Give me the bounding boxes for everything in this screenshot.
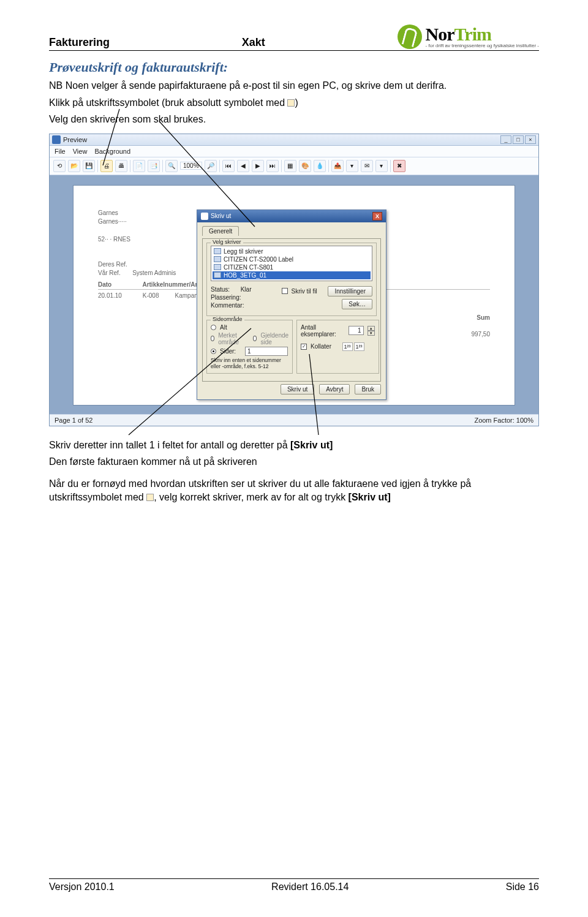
sum-label: Sum — [471, 314, 490, 321]
paragraph-first-invoice: Den første fakturaen kommer nå ut på skr… — [49, 455, 539, 469]
dialog-icon — [201, 213, 208, 220]
doc-ref2v: System Adminis — [132, 270, 176, 276]
nav-icon[interactable]: ⟲ — [53, 160, 66, 172]
collate-label: Kollater — [311, 343, 331, 350]
group-label-range: Sideområde — [211, 316, 244, 322]
doc-ref2: Vår Ref. — [98, 270, 121, 276]
print-dialog: Skriv ut X Generelt Velg skriver Legg ti… — [197, 209, 386, 400]
group-label-printer: Velg skriver — [211, 239, 243, 245]
dropdown-icon[interactable]: ▾ — [346, 160, 358, 172]
preview-title: Preview — [63, 136, 87, 143]
status-zoom: Zoom Factor: 100% — [474, 417, 533, 424]
radio-marked[interactable] — [211, 336, 214, 341]
find-printer-button[interactable]: Søk… — [342, 299, 372, 309]
toolbar: ⟲ 📂 💾 🖨 🖶 📄 📑 🔍 100% 🔎 ⏮ ◀ ▶ ⏭ ▦ — [50, 157, 538, 175]
spin-down-icon[interactable]: ▼ — [368, 331, 375, 336]
page-header: Fakturering Xakt NorTrim - for drift av … — [49, 25, 539, 51]
preview-window: Preview _ □ × File View Background ⟲ 📂 💾… — [49, 134, 539, 426]
pages-hint: Skriv inn enten et sidenummer eller -omr… — [211, 357, 288, 369]
dropdown2-icon[interactable]: ▾ — [375, 160, 388, 172]
footer-page: Side 16 — [506, 881, 539, 892]
minimize-button[interactable]: _ — [500, 135, 511, 144]
settings-button[interactable]: Innstillinger — [328, 286, 372, 296]
mail-icon[interactable]: ✉ — [361, 160, 373, 172]
pages-input[interactable]: 1 — [245, 347, 288, 356]
save-icon[interactable]: 💾 — [83, 160, 95, 172]
menu-view[interactable]: View — [73, 148, 88, 155]
print-icon — [287, 99, 295, 107]
th-dato: Dato — [98, 281, 141, 288]
multipage-icon[interactable]: ▦ — [284, 160, 296, 172]
paragraph-final: Når du er fornøyd med hvordan utskriften… — [49, 477, 539, 504]
printer-icon — [214, 272, 221, 278]
spin-up-icon[interactable]: ▲ — [368, 326, 375, 331]
dialog-titlebar: Skriv ut X — [197, 210, 386, 222]
comment-label: Kommentar: — [211, 302, 244, 309]
print-icon[interactable]: 🖨 — [100, 160, 113, 172]
next-page-icon[interactable]: ▶ — [252, 160, 264, 172]
preview-titlebar: Preview _ □ × — [50, 134, 538, 146]
radio-pages-label: Sider: — [220, 348, 236, 355]
maximize-button[interactable]: □ — [513, 135, 524, 144]
header-footer-icon[interactable]: 📑 — [148, 160, 160, 172]
printer-icon — [214, 264, 221, 270]
printer-icon — [214, 256, 221, 262]
status-value: Klar — [241, 286, 252, 293]
dialog-close-button[interactable]: X — [372, 212, 382, 221]
brand-name: NorTrim — [426, 25, 539, 43]
doc-ref1: Deres Ref. — [98, 261, 127, 268]
last-page-icon[interactable]: ⏭ — [266, 160, 279, 172]
printer-item-add[interactable]: Legg til skriver — [213, 247, 371, 255]
header-left: Fakturering — [49, 36, 110, 49]
tab-general[interactable]: Generelt — [202, 226, 239, 236]
zoom-value[interactable]: 100% — [180, 162, 202, 170]
apply-button[interactable]: Bruk — [355, 384, 381, 394]
statusbar: Page 1 of 52 Zoom Factor: 100% — [50, 414, 538, 426]
dialog-title: Skriv ut — [211, 213, 231, 219]
print-button[interactable]: Skriv ut — [281, 384, 314, 394]
print-to-file-checkbox[interactable] — [282, 288, 288, 294]
group-page-range: Sideområde Alt Merket område Gjeldende s… — [206, 320, 293, 374]
radio-current[interactable] — [253, 336, 257, 341]
export-icon[interactable]: 📤 — [331, 160, 344, 172]
radio-all[interactable] — [211, 325, 216, 330]
status-label: Status: — [211, 286, 230, 293]
cancel-button[interactable]: Avbryt — [319, 384, 350, 394]
printer-item-selected[interactable]: HOB_3ETG_01 — [213, 271, 371, 279]
menu-background[interactable]: Background — [94, 148, 130, 155]
printer-list[interactable]: Legg til skriver CITIZEN CT-S2000 Label … — [211, 246, 372, 281]
close-button[interactable]: × — [525, 135, 536, 144]
td-k: K-008 — [143, 292, 173, 299]
paragraph-step: Skriv deretter inn tallet 1 i feltet for… — [49, 439, 539, 452]
quickprint-icon[interactable]: 🖶 — [115, 160, 127, 172]
radio-pages[interactable] — [211, 349, 216, 354]
zoom-out-icon[interactable]: 🔍 — [165, 160, 178, 172]
header-center: Xakt — [242, 36, 265, 49]
group-select-printer: Velg skriver Legg til skriver CITIZEN CT… — [206, 243, 377, 316]
print-icon — [146, 494, 154, 501]
open-icon[interactable]: 📂 — [68, 160, 80, 172]
footer-version: Versjon 2010.1 — [49, 881, 115, 892]
menubar: File View Background — [50, 146, 538, 157]
group-copies: Antall eksemplarer: 1▲▼ ✓Kollater 1²³1²³ — [296, 320, 379, 374]
copies-input[interactable]: 1 — [349, 326, 363, 335]
collate-checkbox[interactable]: ✓ — [301, 344, 307, 350]
paragraph-nb: NB Noen velger å sende papirfakturaene p… — [49, 79, 539, 92]
zoom-in-icon[interactable]: 🔎 — [205, 160, 217, 172]
color-icon[interactable]: 🎨 — [299, 160, 311, 172]
radio-all-label: Alt — [220, 324, 227, 331]
printer-item-2[interactable]: CITIZEN CT-S801 — [213, 263, 371, 271]
page-setup-icon[interactable]: 📄 — [133, 160, 145, 172]
radio-marked-label: Merket område — [218, 332, 243, 345]
print-to-file-label: Skriv til fil — [292, 288, 317, 295]
add-printer-icon — [214, 248, 221, 254]
first-page-icon[interactable]: ⏮ — [222, 160, 235, 172]
printer-item-1[interactable]: CITIZEN CT-S2000 Label — [213, 255, 371, 263]
page-footer: Versjon 2010.1 Revidert 16.05.14 Side 16 — [49, 878, 539, 892]
logo: NorTrim - for drift av treningssentere o… — [398, 25, 539, 49]
watermark-icon[interactable]: 💧 — [314, 160, 326, 172]
prev-page-icon[interactable]: ◀ — [237, 160, 249, 172]
location-label: Plassering: — [211, 294, 241, 301]
close-preview-icon[interactable]: ✖ — [393, 160, 405, 172]
menu-file[interactable]: File — [55, 148, 66, 155]
